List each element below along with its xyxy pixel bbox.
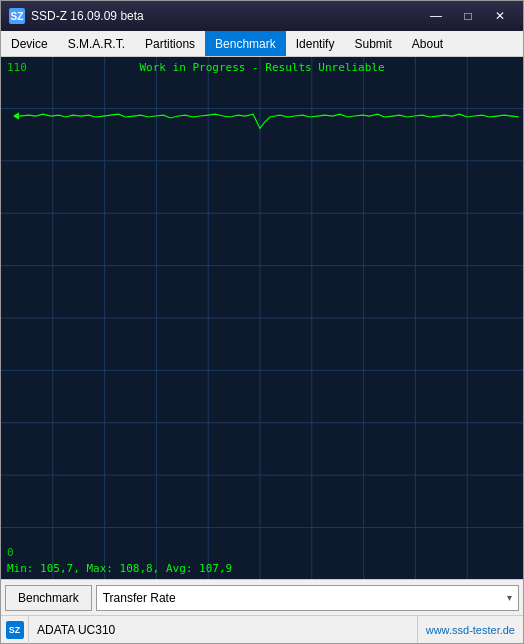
menu-item-smart[interactable]: S.M.A.R.T. bbox=[58, 31, 135, 56]
menu-item-benchmark[interactable]: Benchmark bbox=[205, 31, 286, 56]
dropdown-arrow-icon: ▾ bbox=[507, 592, 512, 603]
transfer-rate-dropdown[interactable]: Transfer Rate ▾ bbox=[96, 585, 519, 611]
device-icon: SZ bbox=[1, 616, 29, 644]
minimize-button[interactable]: — bbox=[421, 6, 451, 26]
menu-bar: Device S.M.A.R.T. Partitions Benchmark I… bbox=[1, 31, 523, 57]
main-window: SZ SSD-Z 16.09.09 beta — □ ✕ Device S.M.… bbox=[0, 0, 524, 644]
window-title: SSD-Z 16.09.09 beta bbox=[31, 9, 421, 23]
menu-item-device[interactable]: Device bbox=[1, 31, 58, 56]
menu-item-identify[interactable]: Identify bbox=[286, 31, 345, 56]
device-icon-inner: SZ bbox=[6, 621, 24, 639]
app-icon: SZ bbox=[9, 8, 25, 24]
title-bar: SZ SSD-Z 16.09.09 beta — □ ✕ bbox=[1, 1, 523, 31]
menu-item-submit[interactable]: Submit bbox=[344, 31, 401, 56]
bottom-toolbar: Benchmark Transfer Rate ▾ bbox=[1, 579, 523, 615]
maximize-button[interactable]: □ bbox=[453, 6, 483, 26]
benchmark-button[interactable]: Benchmark bbox=[5, 585, 92, 611]
window-controls: — □ ✕ bbox=[421, 6, 515, 26]
chart-y-min: 0 bbox=[7, 546, 14, 559]
chart-svg bbox=[1, 57, 523, 579]
menu-item-about[interactable]: About bbox=[402, 31, 453, 56]
status-bar: SZ ADATA UC310 www.ssd-tester.de bbox=[1, 615, 523, 643]
chart-title: Work in Progress - Results Unreliable bbox=[1, 61, 523, 74]
website-link[interactable]: www.ssd-tester.de bbox=[417, 616, 523, 643]
benchmark-chart: Work in Progress - Results Unreliable 11… bbox=[1, 57, 523, 579]
chart-stats: Min: 105,7, Max: 108,8, Avg: 107,9 bbox=[7, 562, 232, 575]
device-name: ADATA UC310 bbox=[29, 623, 417, 637]
close-button[interactable]: ✕ bbox=[485, 6, 515, 26]
dropdown-label: Transfer Rate bbox=[103, 591, 176, 605]
menu-item-partitions[interactable]: Partitions bbox=[135, 31, 205, 56]
svg-marker-18 bbox=[13, 112, 19, 120]
